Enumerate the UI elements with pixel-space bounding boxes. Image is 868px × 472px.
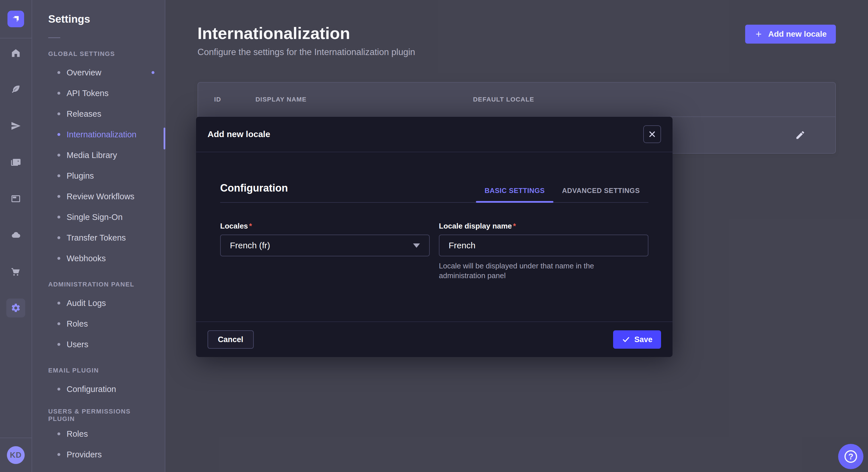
modal-footer: Cancel Save	[196, 322, 673, 357]
locales-label-text: Locales	[220, 222, 248, 230]
configuration-header-row: Configuration BASIC SETTINGSADVANCED SET…	[220, 182, 648, 203]
display-name-label-text: Locale display name	[439, 222, 512, 230]
required-asterisk: *	[513, 222, 516, 230]
save-button[interactable]: Save	[613, 330, 661, 349]
display-name-label: Locale display name*	[439, 222, 648, 231]
add-locale-modal: Add new locale Configuration BASIC SETTI…	[196, 117, 673, 357]
configuration-title: Configuration	[220, 182, 288, 202]
display-name-input[interactable]	[439, 235, 648, 256]
cancel-button[interactable]: Cancel	[208, 330, 254, 349]
close-icon	[648, 130, 657, 139]
display-name-hint: Locale will be displayed under that name…	[439, 261, 637, 281]
save-button-label: Save	[634, 335, 652, 344]
locales-field: Locales* French (fr)	[220, 222, 430, 281]
strapi-admin-app: KD Settings GLOBAL SETTINGSOverviewAPI T…	[0, 0, 868, 472]
modal-header: Add new locale	[196, 117, 673, 152]
tab-advanced-settings[interactable]: ADVANCED SETTINGS	[553, 187, 648, 202]
tab-basic-settings[interactable]: BASIC SETTINGS	[476, 187, 553, 202]
close-modal-button[interactable]	[643, 125, 661, 143]
settings-tabs: BASIC SETTINGSADVANCED SETTINGS	[476, 187, 648, 202]
modal-title: Add new locale	[208, 129, 270, 139]
form-fields-row: Locales* French (fr) Locale display name…	[220, 222, 648, 281]
check-icon	[622, 335, 630, 344]
required-asterisk: *	[249, 222, 252, 230]
chevron-down-icon	[413, 243, 420, 248]
locales-select[interactable]: French (fr)	[220, 235, 430, 256]
locales-select-value: French (fr)	[230, 241, 270, 250]
display-name-field: Locale display name* Locale will be disp…	[439, 222, 648, 281]
modal-body: Configuration BASIC SETTINGSADVANCED SET…	[196, 152, 673, 322]
locales-label: Locales*	[220, 222, 430, 231]
